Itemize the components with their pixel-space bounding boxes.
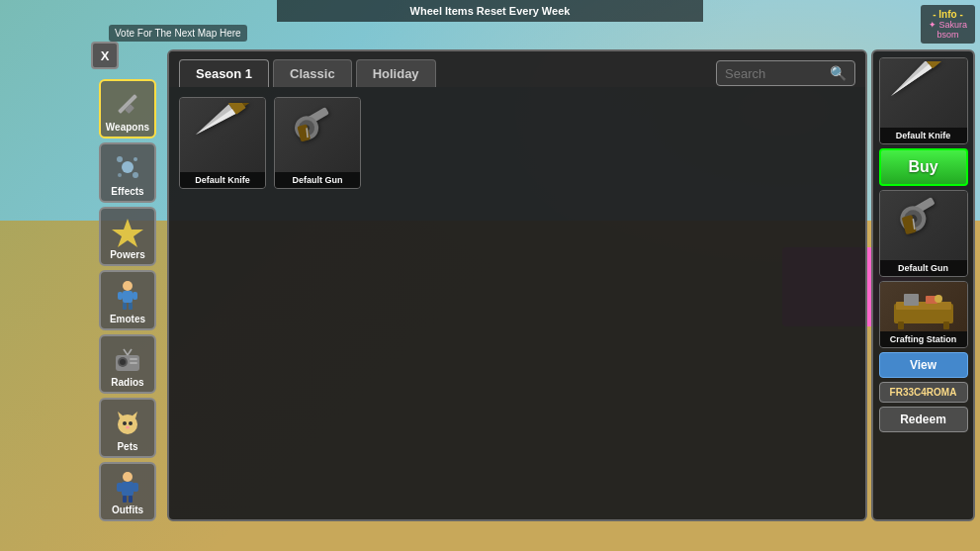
item-default-knife[interactable]: Default Knife — [179, 97, 266, 189]
effects-label: Effects — [111, 187, 143, 197]
radios-icon — [109, 340, 146, 378]
weapons-icon — [109, 85, 146, 123]
buy-button[interactable]: Buy — [879, 148, 968, 186]
default-gun-label: Default Gun — [275, 172, 360, 188]
sidebar-item-emotes[interactable]: Emotes — [99, 270, 156, 329]
info-panel: - Info - ✦ Sakura bsom — [921, 5, 975, 44]
svg-rect-57 — [943, 321, 949, 329]
sidebar-item-weapons[interactable]: Weapons — [99, 79, 156, 138]
gun-image-svg — [281, 103, 355, 167]
svg-marker-34 — [196, 106, 239, 139]
search-input[interactable] — [725, 66, 824, 81]
svg-point-6 — [133, 172, 138, 178]
svg-point-27 — [123, 472, 133, 482]
right-gun-preview: Default Gun — [879, 190, 968, 277]
sidebar: Weapons Effects Powers — [99, 49, 163, 521]
knife-image-svg — [186, 103, 260, 167]
crafting-station-label: Crafting Station — [880, 331, 967, 347]
center-panel: Season 1 Classic Holiday 🔍 — [167, 49, 867, 521]
svg-point-25 — [129, 421, 133, 425]
redeem-code-input[interactable] — [879, 382, 968, 403]
top-banner-text: Wheel Items Reset Every Week — [410, 5, 571, 17]
tabs-row: Season 1 Classic Holiday 🔍 — [169, 51, 865, 87]
pets-icon — [109, 404, 146, 441]
svg-rect-28 — [122, 482, 134, 496]
svg-line-19 — [124, 349, 128, 355]
svg-rect-56 — [898, 321, 904, 329]
weapons-icon-svg — [110, 86, 145, 122]
svg-rect-32 — [129, 496, 133, 503]
svg-rect-17 — [130, 358, 137, 360]
tab-holiday[interactable]: Holiday — [356, 59, 436, 87]
svg-rect-13 — [129, 303, 133, 310]
default-gun-image — [274, 98, 361, 172]
svg-rect-18 — [130, 362, 137, 364]
info-item-2: bsom — [929, 30, 967, 40]
right-gun-svg — [883, 194, 964, 258]
svg-rect-29 — [117, 483, 123, 492]
outfits-label: Outfits — [112, 505, 143, 515]
crafting-station-image — [879, 282, 968, 331]
svg-rect-12 — [123, 303, 127, 310]
tab-classic[interactable]: Classic — [273, 59, 352, 87]
right-knife-preview: Default Knife — [879, 57, 968, 144]
right-knife-label: Default Knife — [880, 128, 967, 143]
sidebar-item-pets[interactable]: Pets — [99, 398, 156, 457]
svg-rect-31 — [123, 496, 127, 503]
pets-label: Pets — [117, 442, 137, 452]
info-title: - Info - — [929, 9, 967, 20]
svg-point-16 — [120, 359, 126, 365]
vote-banner: Vote For The Next Map Here — [109, 25, 247, 42]
powers-label: Powers — [110, 250, 145, 260]
sidebar-item-outfits[interactable]: Outfits — [99, 462, 156, 521]
effects-icon-svg — [110, 149, 145, 185]
right-panel: Default Knife Buy Defaul — [871, 49, 975, 521]
item-default-gun[interactable]: Default Gun — [274, 97, 361, 189]
powers-icon-svg — [110, 214, 145, 249]
redeem-button[interactable]: Redeem — [879, 407, 968, 432]
svg-point-4 — [134, 157, 137, 161]
svg-marker-43 — [891, 61, 936, 100]
svg-point-24 — [123, 421, 127, 425]
outfits-icon-svg — [110, 469, 145, 505]
sidebar-item-effects[interactable]: Effects — [99, 142, 156, 202]
svg-point-3 — [117, 156, 123, 162]
svg-point-2 — [122, 161, 134, 173]
right-gun-image — [879, 191, 968, 260]
close-button[interactable]: X — [91, 42, 119, 69]
svg-point-55 — [935, 295, 942, 303]
outfits-icon — [109, 468, 146, 505]
emotes-icon — [109, 276, 146, 314]
emotes-label: Emotes — [110, 315, 145, 324]
info-item-1: ✦ Sakura — [929, 20, 967, 30]
sidebar-item-radios[interactable]: Radios — [99, 334, 156, 394]
search-box[interactable]: 🔍 — [716, 60, 855, 86]
default-knife-label: Default Knife — [180, 172, 265, 188]
main-ui: X Weapons — [99, 49, 975, 521]
svg-point-8 — [123, 281, 133, 291]
radios-label: Radios — [111, 378, 143, 388]
svg-marker-7 — [112, 219, 143, 247]
svg-rect-11 — [133, 292, 137, 300]
radios-icon-svg — [110, 341, 145, 377]
svg-rect-30 — [133, 483, 138, 492]
svg-line-20 — [128, 349, 132, 355]
items-grid: Default Knife — [169, 87, 865, 519]
svg-rect-9 — [123, 291, 133, 303]
svg-point-26 — [126, 426, 130, 429]
svg-marker-33 — [192, 104, 235, 139]
svg-rect-10 — [118, 292, 123, 300]
weapons-label: Weapons — [106, 123, 149, 133]
pets-icon-svg — [110, 405, 145, 440]
view-button[interactable]: View — [879, 352, 968, 378]
crafting-station-card: Crafting Station — [879, 281, 968, 348]
svg-point-5 — [118, 173, 122, 177]
right-knife-image — [879, 58, 968, 128]
sidebar-item-powers[interactable]: Powers — [99, 207, 156, 266]
emotes-icon-svg — [110, 277, 145, 313]
right-knife-svg — [883, 61, 964, 126]
search-icon: 🔍 — [830, 65, 846, 81]
crafting-station-svg — [884, 284, 963, 329]
top-banner: Wheel Items Reset Every Week — [277, 0, 703, 22]
tab-season1[interactable]: Season 1 — [179, 59, 269, 87]
